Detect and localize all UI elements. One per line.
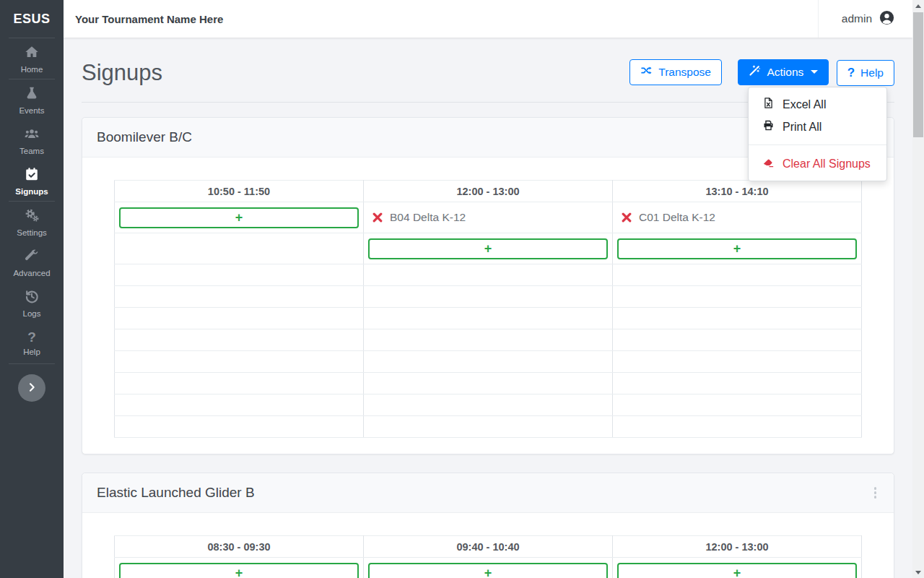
slot-cell: B04 Delta K-12 — [364, 202, 613, 233]
slot-cell: + — [613, 233, 862, 264]
event-title: Elastic Launched Glider B — [97, 485, 255, 501]
add-signup-button[interactable]: + — [119, 563, 359, 578]
scrollbar[interactable] — [912, 0, 924, 578]
help-button[interactable]: ? Help — [837, 60, 894, 86]
sidebar-item-help[interactable]: ? Help — [0, 323, 64, 363]
question-icon: ? — [27, 330, 36, 345]
menu-item-label: Excel All — [783, 98, 826, 111]
time-slot-header: 09:40 - 10:40 — [364, 536, 613, 558]
team-name: B04 Delta K-12 — [390, 211, 466, 224]
transpose-label: Transpose — [658, 66, 711, 79]
remove-signup-button[interactable] — [372, 212, 383, 223]
empty-slot-cell — [364, 286, 613, 308]
print-all-menu-item[interactable]: Print All — [749, 116, 886, 138]
empty-slot-cell — [115, 286, 364, 308]
menu-item-label: Clear All Signups — [783, 158, 871, 171]
actions-label: Actions — [767, 66, 803, 79]
scroll-down-button[interactable] — [912, 566, 924, 578]
history-icon — [24, 288, 40, 306]
add-signup-button[interactable]: + — [368, 238, 608, 259]
excel-all-menu-item[interactable]: Excel All — [749, 93, 886, 116]
slot-cell: + — [364, 558, 613, 578]
card-header: Elastic Launched Glider B — [82, 473, 894, 513]
add-signup-button[interactable]: + — [119, 207, 359, 228]
team-name: C01 Delta K-12 — [639, 211, 715, 224]
esus-signups-page: { "brand": "ESUS", "topbar": { "tourname… — [0, 0, 924, 578]
slot-cell: C01 Delta K-12 — [613, 202, 862, 233]
sidebar-expand-button[interactable] — [18, 374, 45, 402]
empty-slot-cell — [115, 416, 364, 438]
signup-row: +++ — [115, 558, 862, 578]
empty-slot-cell — [364, 351, 613, 373]
time-slot-header-row: 08:30 - 09:3009:40 - 10:4012:00 - 13:00 — [115, 536, 862, 558]
empty-slot-cell — [364, 394, 613, 416]
sidebar-item-signups[interactable]: Signups — [0, 160, 64, 201]
empty-slot-cell — [115, 329, 364, 351]
person-circle-icon — [879, 9, 895, 28]
signup-row — [115, 416, 862, 438]
toolbar: Transpose Actions ? Help — [629, 59, 894, 87]
signup-row: ++ — [115, 233, 862, 264]
empty-slot-cell — [364, 329, 613, 351]
add-signup-button[interactable]: + — [617, 238, 857, 259]
empty-slot-cell — [364, 264, 613, 286]
sidebar-item-events[interactable]: Events — [0, 79, 64, 120]
time-slot-header-row: 10:50 - 11:5012:00 - 13:0013:10 - 14:10 — [115, 181, 862, 202]
signup-table: 10:50 - 11:5012:00 - 13:0013:10 - 14:10 … — [114, 180, 862, 438]
signup-row: +B04 Delta K-12C01 Delta K-12 — [115, 202, 862, 233]
time-slot-header: 12:00 - 13:00 — [364, 181, 613, 202]
slot-cell: + — [364, 233, 613, 264]
empty-slot-cell — [613, 308, 862, 329]
page-title: Signups — [82, 60, 162, 86]
event-card-glider: Elastic Launched Glider B 08:30 - 09:300… — [82, 473, 894, 578]
tournament-name: Your Tournament Name Here — [75, 13, 223, 25]
signup-row — [115, 286, 862, 308]
actions-dropdown-menu: Excel All Print All Clear All Signups — [748, 87, 887, 181]
sidebar-item-label: Settings — [17, 228, 47, 237]
brand-logo: ESUS — [0, 0, 64, 38]
print-icon — [762, 119, 775, 134]
flask-icon — [24, 85, 40, 103]
card-body: 10:50 - 11:5012:00 - 13:0013:10 - 14:10 … — [82, 158, 894, 454]
empty-slot-cell — [115, 394, 364, 416]
remove-signup-button[interactable] — [622, 212, 632, 223]
arrow-up-icon — [915, 4, 921, 8]
signup-row — [115, 308, 862, 329]
sidebar-item-label: Home — [21, 65, 43, 74]
empty-slot-cell — [115, 264, 364, 286]
empty-slot-cell — [613, 351, 862, 373]
chevron-right-icon — [26, 381, 38, 395]
sidebar-item-advanced[interactable]: Advanced — [0, 242, 64, 282]
empty-slot-cell — [613, 373, 862, 394]
file-excel-icon — [762, 97, 775, 112]
empty-slot-cell — [613, 416, 862, 438]
clear-all-signups-menu-item[interactable]: Clear All Signups — [749, 152, 886, 175]
scrollbar-thumb[interactable] — [913, 12, 923, 137]
scroll-up-button[interactable] — [912, 0, 924, 12]
event-title: Boomilever B/C — [97, 129, 192, 145]
wrench-icon — [24, 248, 40, 266]
signup-row — [115, 351, 862, 373]
empty-slot-cell — [115, 373, 364, 394]
sidebar-item-logs[interactable]: Logs — [0, 282, 64, 323]
empty-slot-cell — [364, 308, 613, 329]
empty-slot-cell — [364, 373, 613, 394]
time-slot-header: 08:30 - 09:30 — [115, 536, 364, 558]
home-icon — [24, 44, 40, 62]
user-menu[interactable]: admin — [818, 0, 895, 38]
sidebar-item-label: Teams — [19, 147, 44, 155]
sidebar-item-label: Events — [19, 106, 44, 115]
arrow-down-icon — [915, 571, 921, 574]
add-signup-button[interactable]: + — [617, 563, 857, 578]
wand-icon — [749, 64, 761, 79]
signup-row — [115, 264, 862, 286]
card-body: 08:30 - 09:3009:40 - 10:4012:00 - 13:00 … — [82, 513, 894, 578]
kebab-menu-icon[interactable] — [871, 484, 880, 501]
transpose-button[interactable]: Transpose — [629, 59, 722, 85]
actions-button[interactable]: Actions — [738, 59, 829, 85]
add-signup-button[interactable]: + — [368, 563, 608, 578]
sidebar-item-teams[interactable]: Teams — [0, 120, 64, 160]
sidebar-item-settings[interactable]: Settings — [0, 202, 64, 242]
calendar-check-icon — [24, 166, 40, 184]
sidebar-item-home[interactable]: Home — [0, 38, 64, 79]
